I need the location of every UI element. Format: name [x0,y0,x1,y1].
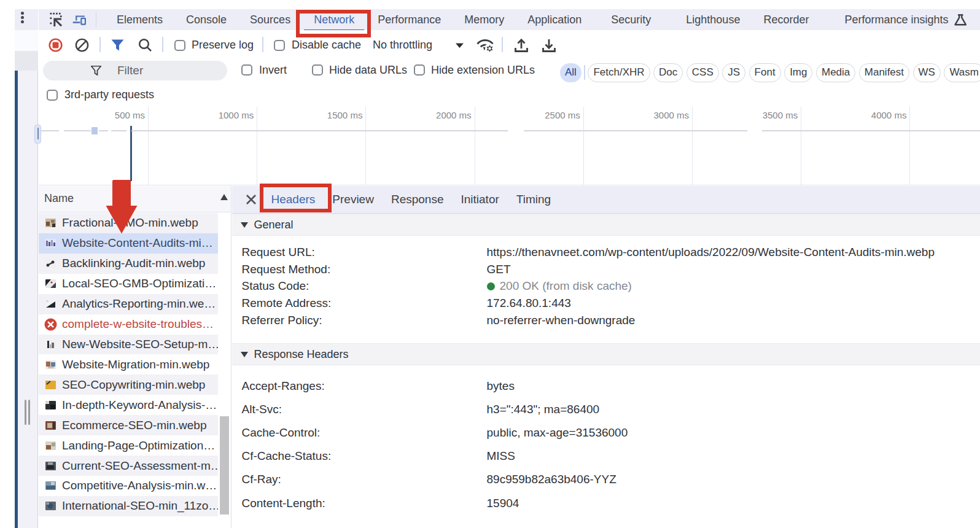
request-row[interactable]: Backlinking-Audit-min.webp [39,254,218,274]
chip-font[interactable]: Font [749,63,781,82]
throttling-dropdown-arrow-icon[interactable] [456,33,464,58]
request-name: Landing-Page-Optimization… [62,439,215,452]
request-row[interactable]: New-Website-SEO-Setup-m… [39,335,218,355]
header-kv-row: Request URL:https://thenavneet.com/wp-co… [232,244,980,260]
chip-media[interactable]: Media [816,63,855,82]
devtools-tab-recorder[interactable]: Recorder [752,9,820,30]
preserve-log-checkbox[interactable] [174,33,185,58]
network-toolbar: Preserve log Disable cache No throttling [39,30,980,56]
details-tab-preview[interactable]: Preview [324,186,383,214]
chip-img[interactable]: Img [784,63,812,82]
record-button[interactable] [49,33,63,58]
details-tab-response[interactable]: Response [383,186,453,214]
hide-data-urls-label[interactable]: Hide data URLs [329,55,407,85]
close-details-icon[interactable] [246,194,257,205]
request-rows: Fractional-CMO-min.webpWebsite-Content-A… [39,213,231,516]
request-row[interactable]: Landing-Page-Optimization… [39,435,218,456]
chip-all[interactable]: All [560,63,581,82]
chip-css[interactable]: CSS [686,63,719,82]
import-har-icon[interactable] [515,33,528,58]
export-har-icon[interactable] [542,33,556,58]
chip-fetch-xhr[interactable]: Fetch/XHR [588,63,650,82]
disable-cache-checkbox[interactable] [274,33,285,58]
devtools-tab-lighthouse[interactable]: Lighthouse [674,9,752,30]
request-name: International-SEO-min_11zo… [62,499,218,513]
devtools-tab-application[interactable]: Application [516,9,593,30]
hide-data-urls-checkbox[interactable] [312,55,323,85]
kebab-menu-icon[interactable] [21,12,26,26]
request-row[interactable]: Website-Migration-min.webp [39,354,218,375]
request-row[interactable]: In-depth-Keyword-Analysis-… [39,395,218,415]
request-thumbnail-analytics [45,300,56,308]
timeline-gridline [148,107,149,185]
overview-left-handle[interactable] [34,125,41,144]
request-thumbnail-current-seo [45,462,56,470]
request-row[interactable]: Website-Content-Audits-mi… [39,233,218,254]
request-row[interactable]: International-SEO-min_11zo… [39,496,218,516]
request-row[interactable]: Local-SEO-GMB-Optimizati… [39,274,218,294]
details-tab-initiator[interactable]: Initiator [452,186,507,214]
request-row[interactable]: Current-SEO-Assessment-m… [39,456,218,476]
section-header-response-headers[interactable]: Response Headers [232,343,980,365]
request-thumbnail-fractional [45,219,56,227]
filter-toggle-button[interactable] [111,33,124,58]
network-filterbar: Filter Invert Hide data URLs Hide extens… [39,55,980,85]
header-value: bytes [487,379,515,393]
chip-js[interactable]: JS [722,63,745,82]
filter-input[interactable]: Filter [43,61,227,80]
section-header-general[interactable]: General [232,214,980,236]
timeline-gridline [801,107,801,185]
timeline-gridline [365,107,366,185]
request-thumbnail-keyword [45,401,56,410]
devtools-tab-security[interactable]: Security [599,9,663,30]
timeline-overview[interactable]: 500 ms1000 ms1500 ms2000 ms2500 ms3000 m… [39,105,980,185]
hide-extension-urls-checkbox[interactable] [414,55,425,85]
resource-type-chips: AllFetch/XHRDocCSSJSFontImgMediaManifest… [560,63,980,82]
sort-ascending-icon [220,194,228,200]
devtools-panel: ElementsConsoleSourcesNetworkPerformance… [38,0,980,528]
tab-label: Recorder [763,14,809,26]
devtools-tab-elements[interactable]: Elements [105,9,174,30]
chip-doc[interactable]: Doc [653,63,683,82]
tab-label: Security [611,14,651,26]
status-ok-dot [487,282,495,290]
request-thumbnail-international [45,502,56,510]
devtools-tab-performance[interactable]: Performance [366,9,453,30]
invert-checkbox[interactable] [241,55,252,85]
request-row[interactable]: Competitive-Analysis-min.w… [39,476,218,496]
request-row[interactable]: SEO-Copywriting-min.webp [39,375,218,395]
dock-resize-handle[interactable] [25,400,31,425]
throttling-select[interactable]: No throttling [373,33,432,58]
devtools-tab-performance-insights[interactable]: Performance insights [833,9,979,30]
invert-label[interactable]: Invert [259,55,287,85]
chip-manifest[interactable]: Manifest [859,63,909,82]
request-row[interactable]: Ecommerce-SEO-min.webp [39,415,218,435]
details-tab-timing[interactable]: Timing [508,186,559,214]
clear-button[interactable] [75,33,89,58]
devtools-tab-console[interactable]: Console [174,9,238,30]
device-toolbar-icon[interactable] [72,13,86,26]
tab-label: Application [527,14,581,26]
chip-ws[interactable]: WS [913,63,941,82]
devtools-tab-sources[interactable]: Sources [238,9,302,30]
inspect-element-icon[interactable] [49,13,63,26]
scrollbar-thumb[interactable] [220,416,229,514]
request-list-scrollbar[interactable] [218,213,231,516]
network-conditions-icon[interactable] [476,33,494,58]
tab-label: Sources [250,14,290,26]
third-party-label[interactable]: 3rd-party requests [64,88,154,101]
third-party-checkbox[interactable] [47,90,58,101]
header-value: h3=":443"; ma=86400 [487,403,600,416]
request-row[interactable]: complete-w-ebsite-troubles… [39,314,218,335]
timeline-tick-label: 3500 ms [763,110,798,120]
devtools-tab-memory[interactable]: Memory [453,9,516,30]
timeline-tick-label: 2000 ms [436,110,472,120]
header-value: https://thenavneet.com/wp-content/upload… [487,246,935,259]
third-party-row: 3rd-party requests [39,85,980,106]
hide-extension-urls-label[interactable]: Hide extension URLs [431,55,535,85]
preserve-log-label[interactable]: Preserve log [192,33,254,58]
chip-wasm[interactable]: Wasm [944,63,980,82]
header-kv-row: Request Method:GET [232,262,980,278]
search-button[interactable] [138,33,152,58]
request-row[interactable]: Analytics-Reporting-min.we… [39,294,218,314]
